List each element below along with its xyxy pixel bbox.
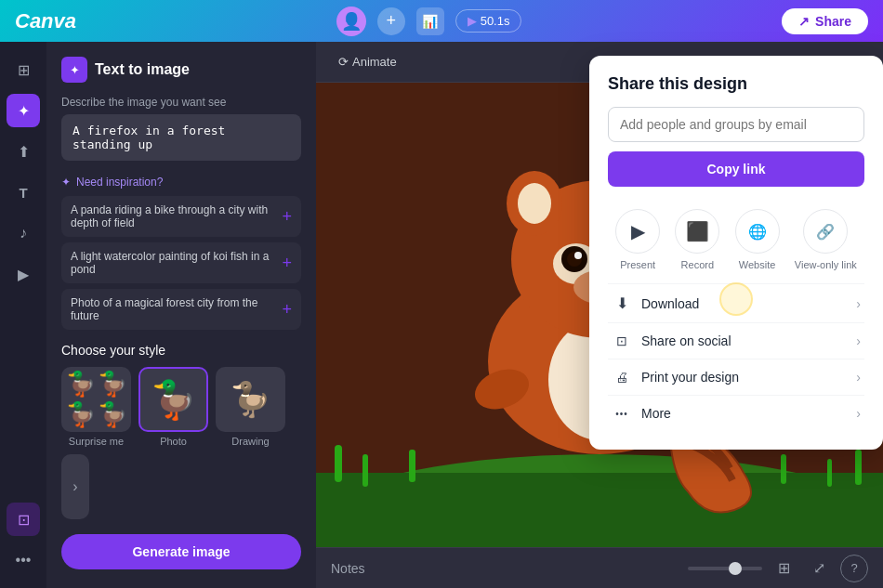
style-more-button[interactable]: › [61, 454, 89, 519]
description-label: Describe the image you want see [61, 96, 301, 109]
fullscreen-button[interactable]: ⤢ [805, 555, 833, 582]
animate-icon: ⟳ [338, 55, 349, 69]
print-left: 🖨 Print your design [612, 370, 739, 385]
topbar: Canva 👤 + 📊 ▶ 50.1s ↗ Share [0, 0, 883, 42]
share-button[interactable]: ↗ Share [782, 8, 868, 34]
view-only-label: View-only link [795, 259, 857, 270]
svg-rect-3 [335, 445, 342, 482]
zoom-slider-thumb[interactable] [729, 562, 742, 575]
description-input[interactable]: A firefox in a forest standing up [61, 114, 301, 161]
website-label: Website [739, 259, 776, 270]
website-option[interactable]: 🌐 Website [735, 209, 780, 270]
share-social-icon: ⊡ [612, 333, 632, 348]
topbar-center: 👤 + 📊 ▶ 50.1s [336, 7, 522, 36]
share-title: Share this design [608, 74, 864, 94]
print-label: Print your design [641, 370, 739, 385]
sidebar-item-layout[interactable]: ⊞ [7, 53, 40, 86]
download-label: Download [641, 296, 699, 311]
share-social-left: ⊡ Share on social [612, 333, 731, 348]
inspiration-item[interactable]: Photo of a magical forest city from the … [61, 289, 301, 330]
style-label: Drawing [231, 436, 269, 447]
more-icon: ••• [612, 409, 632, 419]
inspiration-text: Photo of a magical forest city from the … [71, 296, 282, 322]
chart-icon: 📊 [422, 14, 438, 29]
print-item[interactable]: 🖨 Print your design › [608, 359, 864, 396]
present-option[interactable]: ▶ Present [615, 209, 660, 270]
share-social-item[interactable]: ⊡ Share on social › [608, 323, 864, 359]
view-only-icon-circle: 🔗 [803, 209, 848, 254]
svg-rect-6 [827, 459, 832, 487]
svg-rect-7 [409, 450, 415, 482]
share-panel: Share this design Copy link ▶ Present ⬛ … [589, 56, 883, 450]
inspiration-item[interactable]: A light watercolor painting of koi fish … [61, 242, 301, 283]
bottom-tools: ⊞ ⤢ ? [688, 555, 868, 582]
analytics-button[interactable]: 📊 [416, 7, 444, 35]
download-arrow: › [856, 296, 861, 311]
share-icon: ↗ [798, 14, 810, 29]
timer-button[interactable]: ▶ 50.1s [455, 9, 522, 33]
present-icon: ▶ [631, 220, 645, 242]
add-button[interactable]: + [377, 7, 405, 35]
record-icon: ⬛ [686, 220, 709, 242]
svg-rect-5 [855, 450, 862, 485]
bottom-bar: Notes ⊞ ⤢ ? [316, 547, 883, 588]
style-grid: 🦆🦆🦆🦆 Surprise me 🦆 Photo 🦆 Drawing › [61, 367, 301, 519]
inspiration-label: Need inspiration? [76, 176, 163, 189]
record-option[interactable]: ⬛ Record [675, 209, 719, 270]
sidebar-item-apps[interactable]: ⊡ [7, 503, 40, 536]
sidebar-item-more[interactable]: ••• [7, 543, 40, 577]
zoom-slider[interactable] [688, 567, 762, 570]
help-button[interactable]: ? [840, 555, 868, 582]
present-label: Present [620, 259, 655, 270]
panel-title: Text to image [95, 61, 190, 78]
more-label: More [641, 406, 671, 421]
record-label: Record [681, 259, 714, 270]
view-only-option[interactable]: 🔗 View-only link [795, 209, 857, 270]
sidebar-item-audio[interactable]: ♪ [7, 216, 40, 250]
avatar[interactable]: 👤 [336, 7, 366, 36]
more-item[interactable]: ••• More › [608, 396, 864, 431]
sidebar-item-text[interactable]: T [7, 176, 40, 209]
record-icon-circle: ⬛ [675, 209, 719, 254]
inspiration-item[interactable]: A panda riding a bike through a city wit… [61, 196, 301, 237]
add-icon[interactable]: + [282, 301, 292, 318]
animate-button[interactable]: ⟳ Animate [331, 51, 404, 72]
style-item-drawing[interactable]: 🦆 Drawing [216, 367, 285, 447]
add-icon[interactable]: + [282, 255, 292, 271]
sidebar-item-elements[interactable]: ✦ [7, 94, 40, 127]
svg-rect-8 [781, 454, 786, 484]
download-item[interactable]: ⬇ Download › [608, 284, 864, 323]
download-icon: ⬇ [612, 294, 632, 312]
svg-rect-2 [316, 473, 883, 547]
inspiration-text: A panda riding a bike through a city wit… [71, 203, 282, 229]
website-icon-circle: 🌐 [735, 209, 780, 254]
style-thumb-surprise: 🦆🦆🦆🦆 [61, 367, 131, 432]
generate-button[interactable]: Generate image [61, 534, 301, 569]
style-label: Photo [160, 436, 187, 447]
panel-header-icon: ✦ [61, 57, 87, 83]
sidebar-item-video[interactable]: ▶ [7, 257, 40, 291]
print-icon: 🖨 [612, 370, 632, 385]
canva-logo: Canva [15, 9, 76, 33]
topbar-right: ↗ Share [782, 8, 868, 34]
notes-label[interactable]: Notes [331, 561, 365, 576]
left-sidebar: ⊞ ✦ ⬆ T ♪ ▶ ⊡ ••• [0, 42, 46, 588]
left-panel: ✦ Text to image Describe the image you w… [46, 42, 316, 588]
svg-point-14 [518, 183, 551, 224]
style-label: Surprise me [69, 436, 124, 447]
style-thumb-drawing: 🦆 [216, 367, 285, 432]
style-title: Choose your style [61, 343, 301, 358]
style-item-photo[interactable]: 🦆 Photo [138, 367, 208, 447]
add-icon[interactable]: + [282, 208, 292, 225]
share-social-arrow: › [856, 333, 861, 348]
share-social-label: Share on social [641, 333, 731, 348]
sidebar-item-uploads[interactable]: ⬆ [7, 135, 40, 168]
svg-point-22 [574, 252, 582, 259]
grid-view-button[interactable]: ⊞ [770, 555, 797, 582]
copy-link-button[interactable]: Copy link [608, 151, 864, 187]
view-only-icon: 🔗 [816, 223, 835, 241]
share-icons-row: ▶ Present ⬛ Record 🌐 Website 🔗 View-only… [608, 202, 864, 284]
email-input[interactable] [608, 107, 864, 142]
print-arrow: › [856, 370, 861, 385]
style-item-surprise[interactable]: 🦆🦆🦆🦆 Surprise me [61, 367, 131, 447]
